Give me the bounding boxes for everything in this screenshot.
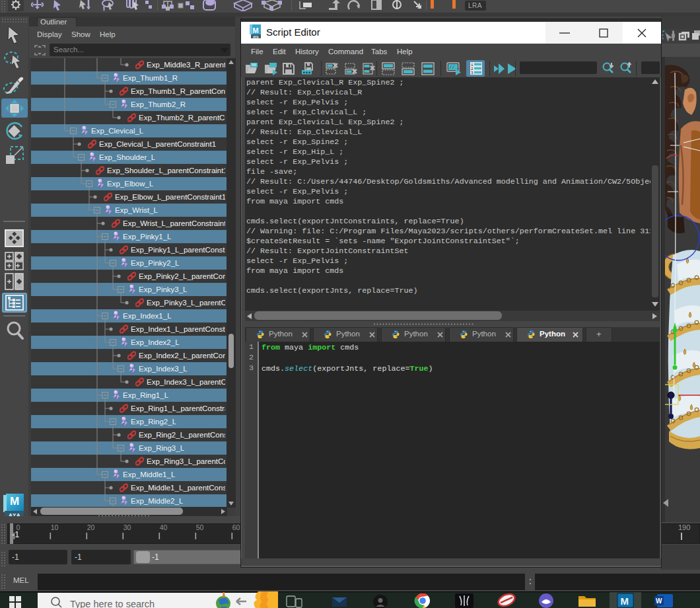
svg-text:W: W [656, 597, 662, 605]
svg-text:M: M [253, 26, 259, 34]
svg-text:M: M [621, 595, 629, 607]
svg-text:AYA: AYA [253, 36, 259, 39]
svg-text:3: 3 [471, 71, 473, 75]
svg-text://..: //.. [449, 65, 460, 70]
